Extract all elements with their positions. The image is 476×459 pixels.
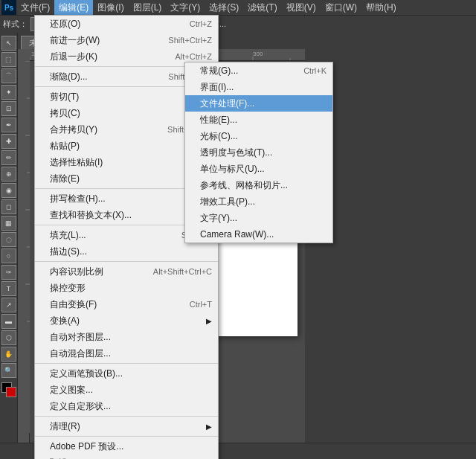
app-window: Ps 文件(F) 编辑(E) 图像(I) 图层(L) 文字(Y) 选择(S) 滤… [0,0,476,459]
menu-select[interactable]: 选择(S) [205,0,243,16]
menu-window[interactable]: 窗口(W) [321,0,361,16]
menu-label: 后退一步(K) [50,51,97,63]
separator-6 [35,363,218,364]
tool-shape[interactable]: ▬ [1,314,16,329]
menu-item-paste[interactable]: 粘贴(P) Ctrl+V [35,138,218,154]
tool-crop[interactable]: ⊡ [1,101,16,116]
shortcut: Shift+Ctrl+Z [168,36,212,45]
menu-file[interactable]: 文件(F) [16,0,54,16]
menu-help[interactable]: 帮助(H) [361,0,401,16]
tool-brush[interactable]: ✏ [1,150,16,165]
separator-8 [35,436,218,437]
submenu-arrow: ▶ [206,317,212,325]
menu-item-purge[interactable]: 清理(R) ▶ [35,418,218,434]
shortcut: Shift+F5 [181,231,212,240]
shortcut: Alt+Ctrl+Z [175,52,212,61]
menu-item-free-transform[interactable]: 自由变换(F) Ctrl+T [35,296,218,312]
menu-item-step-forward[interactable]: 前进一步(W) Shift+Ctrl+Z [35,32,218,48]
menu-layer[interactable]: 图层(L) [129,0,167,16]
menu-item-copy[interactable]: 拷贝(C) Ctrl+C [35,105,218,121]
svg-text:300: 300 [253,51,263,57]
menu-label: 自动混合图层... [50,347,111,360]
menu-item-paste-special[interactable]: 选择性粘贴(I) ▶ [35,154,218,170]
tool-select-rect[interactable]: ⬚ [1,52,16,67]
menu-item-find-replace[interactable]: 查找和替换文本(X)... [35,207,218,223]
menu-image[interactable]: 图像(I) [93,0,128,16]
menu-item-define-pattern[interactable]: 定义图案... [35,382,218,398]
tool-move[interactable]: ↖ [1,36,16,51]
menu-label: 选择性粘贴(I) [50,156,103,169]
tool-heal[interactable]: ✚ [1,134,16,149]
menu-item-presets[interactable]: 预设 ▶ [35,455,218,459]
menu-item-fade[interactable]: 渐隐(D)... Shift+Ctrl+F [35,68,218,85]
tool-eyedropper[interactable]: ✒ [1,118,16,132]
menu-edit[interactable]: 编辑(E) [54,0,93,16]
menu-item-cut[interactable]: 剪切(T) Ctrl+X [35,89,218,105]
menu-item-puppet-warp[interactable]: 操控变形 [35,280,218,296]
tool-eraser[interactable]: ◻ [1,199,16,214]
ruler-vertical: 50 [18,61,30,443]
tool-hand[interactable]: ✋ [1,347,16,362]
separator-1 [35,66,218,67]
menu-label: 前进一步(W) [50,34,100,47]
menu-label: 还原(O) [50,18,80,31]
tool-dodge[interactable]: ○ [1,248,16,263]
menu-item-spell-check[interactable]: 拼写检查(H)... [35,190,218,207]
tool-lasso[interactable]: ⌒ [1,68,16,83]
menu-item-define-brush[interactable]: 定义画笔预设(B)... [35,365,218,382]
menu-label: 定义自定形状... [50,400,111,413]
menu-label: 操控变形 [50,282,86,295]
color-swatches [1,382,16,399]
menu-item-auto-blend[interactable]: 自动混合图层... [35,345,218,362]
edit-menu: 还原(O) Ctrl+Z 前进一步(W) Shift+Ctrl+Z 后退一步(K… [34,15,219,459]
menu-label: 内容识别比例 [50,266,103,278]
menu-item-stroke[interactable]: 描边(S)... [35,243,218,260]
separator-5 [35,261,218,262]
menu-label: 变换(A) [50,315,80,327]
menu-label: Adobe PDF 预设... [50,440,123,453]
left-toolbar: ↖ ⬚ ⌒ ✦ ⊡ ✒ ✚ ✏ ⊕ ◉ ◻ ▦ ◌ ○ ✑ T ↗ ▬ ⬡ ✋ [0,33,18,443]
tool-zoom[interactable]: 🔍 [1,363,16,378]
menu-item-transform[interactable]: 变换(A) ▶ [35,312,218,329]
menu-item-define-shape[interactable]: 定义自定形状... [35,398,218,414]
tool-magic-wand[interactable]: ✦ [1,85,16,100]
separator-3 [35,188,218,189]
menu-item-clear[interactable]: 清除(E) [35,170,218,187]
tool-clone[interactable]: ⊕ [1,167,16,182]
menu-label: 清除(E) [50,173,80,185]
tool-gradient[interactable]: ▦ [1,216,16,231]
menu-label: 定义图案... [50,384,93,397]
menu-item-copy-merged[interactable]: 合并拷贝(Y) Shift+Ctrl+C [35,121,218,138]
menu-text[interactable]: 文字(Y) [166,0,205,16]
background-color[interactable] [6,387,16,397]
menu-item-step-backward[interactable]: 后退一步(K) Alt+Ctrl+Z [35,48,218,65]
menu-label: 剪切(T) [50,91,79,103]
menu-item-fill[interactable]: 填充(L)... Shift+F5 [35,227,218,243]
shortcut: Alt+Shift+Ctrl+C [153,267,212,276]
tool-blur[interactable]: ◌ [1,232,16,247]
tool-pen[interactable]: ✑ [1,265,16,280]
menu-label: 渐隐(D)... [50,71,88,83]
submenu-arrow: ▶ [206,423,212,431]
menu-item-adobe-pdf[interactable]: Adobe PDF 预设... [35,438,218,455]
tool-text[interactable]: T [1,281,16,296]
ps-logo: Ps [1,0,16,15]
menu-item-undo[interactable]: 还原(O) Ctrl+Z [35,16,218,32]
ruler-corner [18,49,30,61]
menu-filter[interactable]: 滤镜(T) [243,0,281,16]
tool-3d[interactable]: ⬡ [1,330,16,345]
menu-label: 拼写检查(H)... [50,193,106,205]
style-label: 样式： [3,19,28,30]
right-panel [305,33,476,443]
shortcut: Ctrl+Z [190,19,212,28]
shortcut: Ctrl+T [190,300,212,309]
menu-label: 查找和替换文本(X)... [50,209,132,222]
menu-item-auto-align[interactable]: 自动对齐图层... [35,329,218,345]
separator-4 [35,225,218,225]
separator-7 [35,416,218,417]
tool-history[interactable]: ◉ [1,183,16,198]
menu-view[interactable]: 视图(V) [282,0,321,16]
menu-item-content-aware[interactable]: 内容识别比例 Alt+Shift+Ctrl+C [35,263,218,280]
tool-path-select[interactable]: ↗ [1,298,16,312]
menu-label: 填充(L)... [50,229,86,242]
